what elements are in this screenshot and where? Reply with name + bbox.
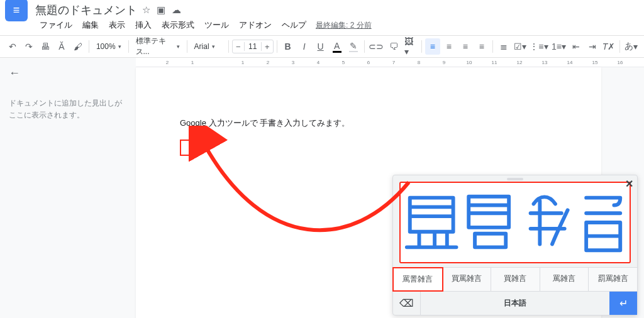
font-family-select[interactable]: Arial (191, 42, 225, 51)
zoom-select[interactable]: 100% (92, 42, 125, 51)
insert-comment-button[interactable]: 🗨 (386, 38, 401, 55)
bulleted-list-button[interactable]: ⋮≡▾ (529, 38, 549, 55)
highlight-color-button[interactable]: ✎ (346, 38, 361, 55)
insert-link-button[interactable]: ⊂⊃ (368, 38, 386, 55)
ime-candidate-list: 罵詈雑言 買罵雑言 買雑言 罵雑言 罰罵雑言 (393, 267, 637, 291)
annotation-cursor-highlight (180, 140, 194, 156)
document-body-text[interactable]: Google 入力ツールで 手書き入力してみます。 (180, 118, 557, 129)
font-size-decrease[interactable]: − (233, 42, 244, 52)
italic-button[interactable]: I (297, 38, 312, 55)
ime-candidate-1[interactable]: 買罵雑言 (443, 268, 492, 291)
ime-backspace-button[interactable]: ⌫ (393, 292, 421, 315)
bold-button[interactable]: B (280, 38, 296, 55)
font-size-increase[interactable]: + (262, 42, 273, 52)
redo-button[interactable]: ↷ (21, 38, 36, 55)
ime-candidate-3[interactable]: 罵雑言 (540, 268, 589, 291)
handwriting-strokes-icon (401, 183, 630, 262)
insert-image-button[interactable]: 🖼▾ (402, 38, 418, 55)
close-outline-icon[interactable]: ← (9, 67, 20, 80)
decrease-indent-button[interactable]: ⇤ (569, 38, 584, 55)
print-button[interactable]: 🖶 (38, 38, 53, 55)
checklist-button[interactable]: ☑▾ (513, 38, 528, 55)
handwriting-ime-panel[interactable]: ✕ 罵詈雑言 買罵雑言 買雑言 罵雑言 罰罵雑言 ⌫ 日本語 ↵ (392, 175, 638, 315)
ime-bottom-bar: ⌫ 日本語 ↵ (393, 291, 637, 315)
ime-candidate-4[interactable]: 罰罵雑言 (589, 268, 637, 291)
spellcheck-button[interactable]: Ă (54, 38, 69, 55)
menu-file[interactable]: ファイル (35, 18, 77, 33)
menu-bar: ファイル 編集 表示 挿入 表示形式 ツール アドオン ヘルプ 最終編集: 2 … (0, 18, 644, 33)
toolbar: ↶ ↷ 🖶 Ă 🖌 100% 標準テキス... Arial − 11 + B I… (0, 35, 644, 58)
align-left-button[interactable]: ≡ (425, 38, 440, 55)
numbered-list-button[interactable]: 1≡▾ (550, 38, 567, 55)
undo-button[interactable]: ↶ (5, 38, 20, 55)
ime-candidate-0[interactable]: 罵詈雑言 (392, 267, 443, 292)
title-bar: ≡ 無題のドキュメント ☆ ▣ ☁ (0, 0, 644, 18)
ime-candidate-2[interactable]: 買雑言 (491, 268, 540, 291)
menu-edit[interactable]: 編集 (78, 18, 103, 33)
document-title[interactable]: 無題のドキュメント (35, 3, 137, 18)
line-spacing-button[interactable]: ≣ (496, 38, 511, 55)
menu-tools[interactable]: ツール (200, 18, 233, 33)
ime-enter-button[interactable]: ↵ (609, 292, 637, 315)
font-size-value[interactable]: 11 (244, 42, 262, 51)
move-icon[interactable]: ▣ (157, 4, 165, 16)
outline-placeholder-text: ドキュメントに追加した見出しがここに表示されます。 (9, 97, 127, 121)
menu-format[interactable]: 表示形式 (157, 18, 199, 33)
ime-language-button[interactable]: 日本語 (421, 292, 609, 315)
outline-sidebar: ← ドキュメントに追加した見出しがここに表示されます。 (0, 58, 136, 318)
horizontal-ruler[interactable]: 2112345678910111213141516 (136, 58, 644, 67)
align-justify-button[interactable]: ≡ (474, 38, 489, 55)
menu-help[interactable]: ヘルプ (277, 18, 311, 33)
ime-drag-handle[interactable] (507, 178, 523, 180)
align-right-button[interactable]: ≡ (458, 38, 473, 55)
underline-button[interactable]: U (313, 38, 328, 55)
increase-indent-button[interactable]: ⇥ (585, 38, 600, 55)
text-color-button[interactable]: A (330, 38, 345, 55)
clear-format-button[interactable]: T✗ (601, 38, 617, 55)
cloud-status-icon[interactable]: ☁ (172, 4, 181, 16)
paint-format-button[interactable]: 🖌 (70, 38, 86, 55)
align-center-button[interactable]: ≡ (441, 38, 457, 55)
last-edit-link[interactable]: 最終編集: 2 分前 (316, 20, 372, 31)
handwriting-canvas[interactable] (399, 182, 631, 263)
menu-insert[interactable]: 挿入 (131, 18, 156, 33)
input-tools-button[interactable]: あ▾ (623, 38, 639, 55)
font-size-stepper: − 11 + (232, 40, 274, 53)
menu-addons[interactable]: アドオン (235, 18, 276, 33)
menu-view[interactable]: 表示 (104, 18, 130, 33)
paragraph-style-select[interactable]: 標準テキス... (132, 36, 184, 57)
star-icon[interactable]: ☆ (142, 4, 150, 16)
docs-logo-icon[interactable]: ≡ (5, 0, 28, 21)
ime-close-button[interactable]: ✕ (625, 178, 633, 190)
